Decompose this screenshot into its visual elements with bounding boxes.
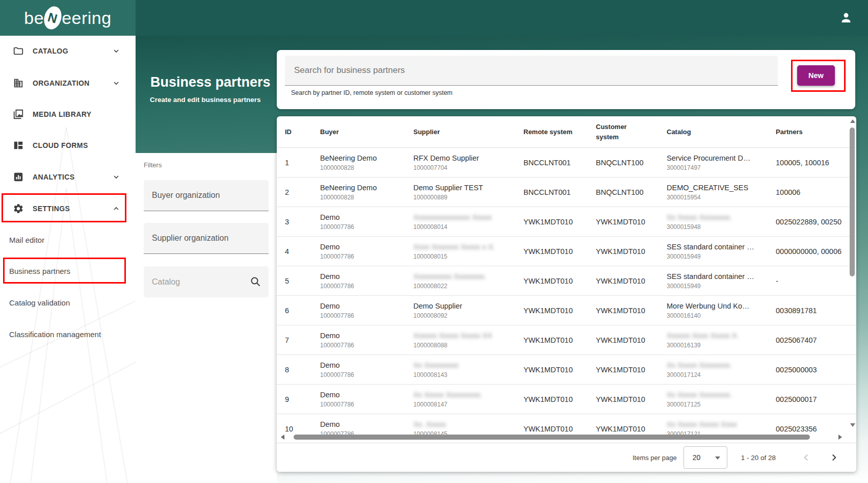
sidebar-item-catalog[interactable]: CATALOG xyxy=(0,39,136,63)
cell-catalog-id: 3000017125 xyxy=(667,401,776,408)
sidebar-item-mail-editor[interactable]: Mail editor xyxy=(0,228,136,251)
logo-text-prefix: be xyxy=(24,8,44,28)
vertical-scrollbar[interactable] xyxy=(849,117,855,431)
table-row[interactable]: 2BeNeering Demo1000000828Demo Supplier T… xyxy=(277,177,856,207)
cell-catalog-name: Xx Xxxxx Xxxxx Xxxx xyxy=(667,420,776,429)
cell-buyer: Demo1000007786 xyxy=(320,213,413,230)
sidebar-item-media-library[interactable]: MEDIA LIBRARY xyxy=(0,102,136,126)
cell-remote-system: YWK1MDT010 xyxy=(523,336,596,344)
cell-remote-system: YWK1MDT010 xyxy=(523,395,596,403)
column-header-id: ID xyxy=(285,127,320,137)
buyer-organization-filter[interactable]: Buyer organization xyxy=(144,180,269,211)
sidebar-navigation: CATALOG ORGANIZATION MEDIA LIBRARY CLOUD… xyxy=(0,36,136,483)
new-button[interactable]: New xyxy=(797,65,835,86)
cell-buyer-name: Demo xyxy=(320,331,413,340)
cell-customer-system: YWK1MDT010 xyxy=(596,395,667,403)
cell-remote-system: YWK1MDT010 xyxy=(523,277,596,285)
table-row[interactable]: 4Demo1000007786Xxxx Xxxxxxx Xxxxx x X.10… xyxy=(277,237,856,266)
catalog-filter[interactable]: Catalog xyxy=(144,266,269,297)
cell-catalog-id: 3000017497 xyxy=(667,164,776,171)
vertical-scrollbar-thumb[interactable] xyxy=(850,128,855,276)
cell-supplier-id: 1000008092 xyxy=(413,312,523,319)
subnav-item-label: Mail editor xyxy=(9,236,44,244)
cell-buyer-name: Demo xyxy=(320,213,413,222)
cell-remote-system: BNCCLNT001 xyxy=(523,188,596,196)
business-partner-search-input[interactable] xyxy=(285,56,778,86)
person-icon xyxy=(839,11,853,24)
search-icon[interactable] xyxy=(249,275,261,288)
table-row[interactable]: 7Demo1000007786Xxxxxx Xxxxx Xxxxx XX1000… xyxy=(277,325,856,355)
cell-buyer-id: 1000007786 xyxy=(320,371,413,378)
cell-supplier-id: 1000008022 xyxy=(413,283,523,290)
filters-label: Filters xyxy=(144,161,162,169)
sidebar-item-organization[interactable]: ORGANIZATION xyxy=(0,71,136,95)
logo-block: beNeering xyxy=(0,0,136,36)
gear-icon xyxy=(13,203,24,214)
table-row[interactable]: 8Demo1000007786Xx Xxxxxxxxx1000008143YWK… xyxy=(277,355,856,385)
chevron-down-icon xyxy=(112,47,120,55)
cell-remote-system: YWK1MDT010 xyxy=(523,425,596,433)
scroll-up-arrow-icon[interactable] xyxy=(850,119,855,123)
cell-supplier: Xx Xxxxx Xxxxxxxxx.1000008147 xyxy=(413,390,523,408)
cell-catalog: SES standard container …3000015949 xyxy=(667,272,776,289)
horizontal-scrollbar-thumb[interactable] xyxy=(294,435,810,440)
sidebar-item-catalog-validation[interactable]: Catalog validation xyxy=(0,291,136,314)
items-per-page-select[interactable]: 20 xyxy=(683,446,727,469)
next-page-button[interactable] xyxy=(827,450,841,465)
cell-buyer-name: Demo xyxy=(320,361,413,370)
subnav-item-label: Business partners xyxy=(9,267,70,275)
cell-catalog-name: DEMO_CREATIVE_SES xyxy=(667,183,776,192)
table-row[interactable]: 9Demo1000007786Xx Xxxxx Xxxxxxxxx.100000… xyxy=(277,385,856,414)
cell-catalog-name: SES standard container … xyxy=(667,242,776,251)
chevron-up-icon xyxy=(112,205,120,213)
supplier-organization-filter[interactable]: Supplier organization xyxy=(144,223,269,254)
cell-catalog-name: SES standard container … xyxy=(667,272,776,281)
sidebar-item-classification-management[interactable]: Classification management xyxy=(0,323,136,345)
sidebar-item-settings[interactable]: SETTINGS xyxy=(0,196,136,221)
scroll-left-arrow-icon[interactable] xyxy=(281,435,284,440)
sidebar-item-label: ANALYTICS xyxy=(33,173,74,181)
cell-supplier: Xx Xxxxxxxxx1000008143 xyxy=(413,361,523,378)
cell-catalog-name: Xx Xxxxx Xxxxxxxx. xyxy=(667,361,776,370)
items-per-page-value: 20 xyxy=(693,453,701,462)
cell-id: 4 xyxy=(285,247,320,256)
scroll-right-arrow-icon[interactable] xyxy=(838,435,842,440)
cell-id: 7 xyxy=(285,336,320,344)
cell-buyer: Demo1000007786 xyxy=(320,331,413,348)
table-row[interactable]: 5Demo1000007786Xxxxxxxxxx Xxxxxxxx.10000… xyxy=(277,266,856,296)
cell-partners: 0025023356 xyxy=(776,425,856,433)
catalog-filter-placeholder: Catalog xyxy=(152,277,180,287)
dropdown-caret-icon xyxy=(715,456,720,460)
cell-partners: - xyxy=(776,277,856,285)
sidebar-item-cloud-forms[interactable]: CLOUD FORMS xyxy=(0,133,136,158)
user-account-button[interactable] xyxy=(837,9,855,27)
table-row[interactable]: 6Demo1000007786Demo Supplier1000008092YW… xyxy=(277,296,856,325)
sidebar-item-business-partners[interactable]: Business partners xyxy=(0,260,136,282)
cell-supplier: Demo Supplier TEST1000000889 xyxy=(413,183,523,200)
cell-id: 1 xyxy=(285,159,320,167)
cell-catalog: DEMO_CREATIVE_SES3000015954 xyxy=(667,183,776,200)
previous-page-button[interactable] xyxy=(799,450,813,465)
table-row[interactable]: 3Demo1000007786Xxxxxxxxxxxxxxx Xxxxx1000… xyxy=(277,207,856,237)
cell-supplier-name: Xxxxxx Xxxxx Xxxxx XX xyxy=(413,331,523,340)
table-row[interactable]: 1BeNeering Demo1000000828RFX Demo Suppli… xyxy=(277,148,856,177)
sidebar-item-analytics[interactable]: ANALYTICS xyxy=(0,165,136,189)
cell-id: 5 xyxy=(285,277,320,285)
cell-buyer: BeNeering Demo1000000828 xyxy=(320,154,413,171)
table-pagination-footer: Items per page 20 1 - 20 of 28 xyxy=(277,443,856,472)
column-header-customer-system: Customer system xyxy=(596,122,634,142)
cell-remote-system: BNCCLNT001 xyxy=(523,159,596,167)
cell-id: 6 xyxy=(285,307,320,315)
media-library-icon xyxy=(13,109,24,120)
scroll-down-arrow-icon[interactable] xyxy=(850,423,855,427)
cell-catalog: SES standard container …3000015949 xyxy=(667,242,776,260)
subnav-item-label: Catalog validation xyxy=(9,298,70,307)
subnav-item-label: Classification management xyxy=(9,330,101,339)
horizontal-scrollbar[interactable] xyxy=(277,434,849,441)
cell-partners: 0030891781 xyxy=(776,307,856,315)
search-hint: Search by partner ID, remote system or c… xyxy=(291,89,453,96)
cell-buyer: Demo1000007786 xyxy=(320,272,413,289)
cell-customer-system: YWK1MDT010 xyxy=(596,336,667,344)
page-subtitle: Create and edit business partners xyxy=(150,96,261,104)
cell-remote-system: YWK1MDT010 xyxy=(523,218,596,226)
